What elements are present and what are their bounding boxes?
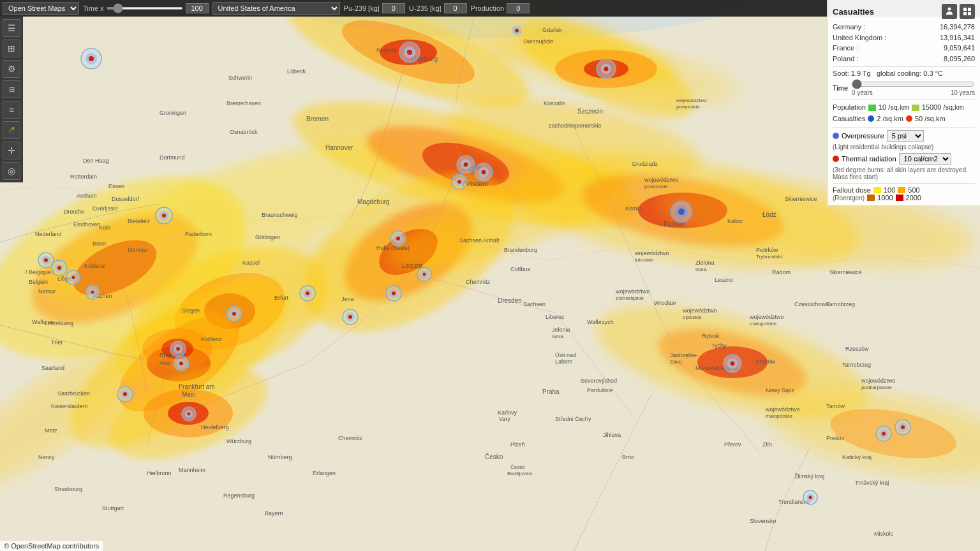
cas-high-dot [906, 115, 912, 122]
country-row-germany: Germany : 16,394,278 [833, 22, 975, 33]
svg-text:Magdeburg: Magdeburg [357, 198, 390, 205]
svg-text:Szczecin: Szczecin [577, 108, 603, 115]
pu239-input[interactable] [382, 3, 405, 13]
list-btn[interactable]: ≡ [3, 101, 20, 119]
svg-text:Osnabrück: Osnabrück [230, 129, 258, 135]
svg-point-238 [348, 315, 352, 319]
svg-text:Tychy: Tychy [711, 342, 727, 349]
fallout-1000-swatch [867, 195, 875, 201]
svg-text:Den Haag: Den Haag [83, 158, 109, 164]
production-control: Production [471, 3, 530, 13]
map-style-select[interactable]: Open Street MapsSatelliteTerrainDark [3, 2, 79, 15]
country-value-poland: 8,095,260 [944, 54, 975, 64]
svg-point-241 [396, 237, 400, 240]
svg-text:Tarnobrzeg: Tarnobrzeg [826, 301, 855, 307]
country-selector[interactable]: United States of AmericaRussiaChinaUnite… [212, 2, 340, 15]
svg-text:Braunschweig: Braunschweig [262, 212, 298, 218]
svg-text:Erlangen: Erlangen [313, 470, 336, 476]
svg-point-220 [72, 276, 75, 279]
overpressure-row: Overpressure 5 psi 1 psi 2 psi 5 psi 10 … [833, 130, 975, 142]
svg-text:Zielona: Zielona [695, 260, 715, 266]
cas-low-dot [868, 115, 874, 122]
svg-point-202 [464, 163, 468, 167]
svg-text:Bielefeld: Bielefeld [128, 218, 150, 224]
production-input[interactable] [507, 3, 530, 13]
table-icon-btn[interactable] [960, 4, 975, 19]
country-row-poland: Poland : 8,095,260 [833, 54, 975, 64]
svg-text:Dresden: Dresden [498, 297, 522, 304]
country-value-uk: 13,916,341 [940, 33, 975, 43]
grid-btn[interactable]: ⊟ [3, 80, 20, 98]
svg-text:Zdrój: Zdrój [670, 359, 681, 365]
tools-btn[interactable]: ✛ [3, 142, 20, 159]
u235-input[interactable] [444, 3, 467, 13]
pu239-control: Pu-239 [kg] [344, 3, 405, 13]
svg-text:Wrocław: Wrocław [654, 300, 676, 306]
person-icon-btn[interactable] [942, 4, 957, 19]
svg-text:Main: Main [182, 391, 196, 398]
svg-text:Brno: Brno [622, 454, 634, 460]
time-range-slider[interactable] [852, 79, 975, 89]
svg-text:Heilbronn: Heilbronn [147, 470, 172, 476]
svg-text:Siegen: Siegen [182, 307, 200, 314]
svg-text:małopolskie: małopolskie [750, 321, 777, 327]
time-panel-label: Time [833, 84, 848, 92]
svg-text:Jastrzębie-: Jastrzębie- [670, 352, 698, 358]
fallout-500-swatch [898, 187, 905, 193]
fallout-2000-label: 2000 [906, 194, 921, 202]
svg-point-193 [89, 56, 94, 61]
country-select[interactable]: United States of AmericaRussiaChinaUnite… [212, 2, 340, 15]
svg-rect-273 [968, 8, 971, 11]
pop-high-swatch [912, 105, 919, 111]
thermal-select[interactable]: 10 cal/cm2 1 cal/cm2 3 cal/cm2 5 cal/cm2 [899, 153, 951, 165]
thermal-label: Thermal radiation [842, 155, 896, 163]
svg-text:województwo: województwo [634, 250, 669, 256]
svg-text:Kaiserslautern: Kaiserslautern [51, 403, 88, 409]
svg-text:Lübeck: Lübeck [287, 68, 306, 75]
thermal-dot [833, 156, 839, 162]
svg-text:Nancy: Nancy [38, 454, 55, 460]
overpressure-note: (Light residential buildings collapse) [833, 143, 975, 151]
target-btn[interactable]: ◎ [3, 162, 20, 180]
svg-rect-272 [963, 8, 967, 11]
svg-point-261 [515, 29, 519, 33]
svg-point-235 [306, 291, 309, 295]
svg-text:województwo: województwo [644, 177, 679, 183]
svg-text:Koszalin: Koszalin [544, 100, 565, 107]
svg-point-259 [731, 362, 735, 366]
time-start-label: 0 years [852, 89, 873, 96]
menu-btn[interactable]: ☰ [3, 19, 20, 37]
svg-text:Bremerhaven: Bremerhaven [226, 100, 261, 107]
svg-text:Leszno: Leszno [715, 277, 733, 283]
svg-point-223 [91, 291, 94, 294]
svg-text:Łódź: Łódź [762, 211, 776, 218]
svg-text:Overijssel: Overijssel [93, 205, 118, 212]
u235-label: U-235 [kg] [409, 4, 442, 12]
svg-text:opolskie: opolskie [683, 314, 702, 320]
country-name-uk: United Kingdom : [833, 33, 886, 43]
svg-text:województwo: województwo [765, 406, 800, 413]
svg-text:zachodniopomorskie: zachodniopomorskie [549, 122, 602, 129]
fallout-legend-2: (Roentgen) 1000 2000 [833, 194, 975, 202]
country-name-germany: Germany : [833, 22, 865, 33]
svg-point-267 [901, 425, 905, 429]
pop-low-swatch [868, 105, 876, 111]
map-style-selector[interactable]: Open Street MapsSatelliteTerrainDark [3, 2, 79, 15]
time-value-input[interactable] [186, 3, 209, 13]
settings-btn[interactable]: ⚙ [3, 60, 20, 78]
bomb-btn[interactable]: 💣 [3, 121, 20, 139]
map-container[interactable]: Hamburg Rostock Lübeck Schwerin Swinoujś… [0, 0, 980, 551]
svg-text:Jena: Jena [341, 296, 354, 302]
country-row-uk: United Kingdom : 13,916,341 [833, 33, 975, 43]
svg-text:pomorskie: pomorskie [644, 184, 668, 189]
svg-point-244 [392, 291, 396, 295]
panel-divider-2 [833, 99, 975, 99]
svg-text:Bayern: Bayern [265, 510, 283, 517]
svg-text:Skierniewice: Skierniewice [829, 269, 862, 276]
svg-text:Sachsen: Sachsen [523, 301, 546, 307]
svg-text:/ Belgique /: / Belgique / [26, 269, 55, 276]
svg-text:Wałbrzych: Wałbrzych [587, 319, 614, 325]
time-slider[interactable] [107, 7, 183, 10]
layers-btn[interactable]: ⊞ [3, 40, 20, 57]
overpressure-select[interactable]: 5 psi 1 psi 2 psi 5 psi 10 psi 20 psi [887, 130, 924, 142]
